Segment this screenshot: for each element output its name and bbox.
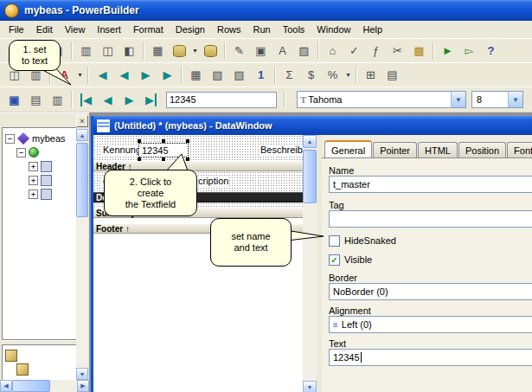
- scroll-right-icon[interactable]: ▶: [77, 380, 89, 392]
- collapse-icon[interactable]: −: [16, 148, 26, 157]
- menu-format[interactable]: Format: [127, 21, 170, 38]
- print-icon[interactable]: ▤: [25, 90, 47, 110]
- next-row-icon[interactable]: ▶: [119, 90, 140, 110]
- options-icon[interactable]: ▩: [408, 41, 430, 61]
- copy-icon[interactable]: ◧: [119, 41, 140, 61]
- menu-run[interactable]: Run: [247, 21, 276, 38]
- selection-handle[interactable]: [186, 139, 189, 143]
- collapse-icon[interactable]: −: [5, 134, 15, 144]
- tree-item-object[interactable]: +: [3, 173, 76, 187]
- run-icon[interactable]: ►: [437, 41, 458, 61]
- hidesnaked-checkbox[interactable]: [329, 235, 340, 247]
- window-painter-icon[interactable]: ▣: [250, 41, 272, 61]
- menu-tools[interactable]: Tools: [277, 21, 311, 38]
- edit-icon[interactable]: ✎: [228, 41, 250, 61]
- scrollbar-thumb[interactable]: [12, 380, 50, 392]
- header-label-2[interactable]: Beschreib: [260, 145, 303, 155]
- prior-row-icon[interactable]: ◀: [97, 90, 119, 110]
- text-field[interactable]: 12345: [329, 349, 532, 366]
- arrow-back-icon[interactable]: ◀: [92, 65, 113, 85]
- tab-order-icon[interactable]: 1: [250, 65, 272, 85]
- selection-handle[interactable]: [162, 139, 165, 143]
- expand-icon[interactable]: +: [29, 162, 38, 171]
- preview-mode-icon[interactable]: ▤: [381, 65, 403, 85]
- db-profile-icon[interactable]: [169, 41, 190, 61]
- tree-item-package[interactable]: [3, 349, 76, 363]
- sort-icon[interactable]: ▨: [228, 65, 250, 85]
- menu-insert[interactable]: Insert: [91, 21, 127, 38]
- tree-item-object[interactable]: +: [3, 159, 76, 173]
- scroll-up-icon[interactable]: ▲: [76, 129, 88, 141]
- clip-icon[interactable]: ✂: [387, 41, 408, 61]
- tree-item-package[interactable]: [3, 363, 76, 376]
- save-icon[interactable]: ▣: [3, 90, 25, 110]
- tree-item-object[interactable]: +: [3, 187, 76, 201]
- tab-font[interactable]: Font: [507, 142, 532, 157]
- child-title-bar[interactable]: (Untitled) * (mybeas) - DataWindow: [93, 116, 532, 135]
- percent-icon[interactable]: %: [322, 65, 343, 85]
- expand-icon[interactable]: +: [29, 190, 38, 199]
- system-tree[interactable]: − mybeas − + + +: [2, 127, 76, 340]
- scroll-left-icon[interactable]: ◀: [0, 380, 12, 392]
- browser-icon[interactable]: ⌂: [322, 41, 343, 61]
- tree-item-target[interactable]: −: [3, 145, 76, 159]
- first-row-icon[interactable]: ◀: [75, 90, 97, 110]
- canvas-vertical-scrollbar[interactable]: ▲ ▼: [303, 135, 317, 392]
- todo-icon[interactable]: ✓: [343, 41, 365, 61]
- tab-html[interactable]: HTML: [418, 142, 458, 157]
- menu-rows[interactable]: Rows: [211, 21, 247, 38]
- border-select[interactable]: NoBorder (0): [329, 283, 532, 300]
- horizontal-scrollbar[interactable]: ◀ ▶: [0, 380, 89, 392]
- font-select[interactable]: T Tahoma ▼: [297, 91, 466, 108]
- selection-handle[interactable]: [138, 139, 141, 143]
- tree-item-workspace[interactable]: − mybeas: [3, 132, 76, 145]
- preview-icon[interactable]: ▥: [75, 41, 97, 61]
- function-icon[interactable]: ƒ: [365, 41, 387, 61]
- menu-design[interactable]: Design: [170, 21, 211, 38]
- library-icon[interactable]: ▦: [147, 41, 169, 61]
- sum-icon[interactable]: Σ: [279, 65, 300, 85]
- menu-view[interactable]: View: [59, 21, 92, 38]
- alignment-select[interactable]: ≡ Left (0): [329, 316, 532, 333]
- scrollbar-thumb[interactable]: [76, 143, 88, 217]
- paste-icon[interactable]: ◫: [97, 41, 119, 61]
- tab-position[interactable]: Position: [458, 142, 506, 157]
- picture-icon[interactable]: ▨: [293, 41, 315, 61]
- help-icon[interactable]: ?: [480, 41, 502, 61]
- arrow-right-icon[interactable]: ▶: [135, 65, 157, 85]
- text-object-icon[interactable]: A: [272, 41, 293, 61]
- close-icon[interactable]: ×: [76, 115, 88, 127]
- tab-general[interactable]: General: [324, 140, 372, 157]
- menu-window[interactable]: Window: [311, 21, 356, 38]
- arrow-forward-icon[interactable]: ▶: [157, 65, 178, 85]
- scrollbar-track[interactable]: [50, 380, 77, 392]
- database-icon[interactable]: [200, 41, 221, 61]
- toolbar-text-input[interactable]: 12345: [166, 92, 277, 108]
- visible-checkbox[interactable]: ✓: [329, 254, 340, 266]
- scroll-down-icon[interactable]: ▼: [76, 368, 88, 380]
- print-preview-icon[interactable]: ▥: [47, 90, 68, 110]
- scrollbar-thumb[interactable]: [303, 150, 317, 203]
- text-color-dropdown-icon[interactable]: ▾: [75, 65, 85, 85]
- name-field[interactable]: t_master: [329, 176, 532, 193]
- scroll-down-icon[interactable]: ▼: [303, 381, 317, 392]
- more-dropdown-icon[interactable]: ▾: [343, 65, 353, 85]
- menu-edit[interactable]: Edit: [30, 21, 59, 38]
- columns-icon[interactable]: ▦: [185, 65, 207, 85]
- font-size-select[interactable]: 8 ▼: [471, 91, 523, 108]
- menu-help[interactable]: Help: [356, 21, 388, 38]
- db-profile-dropdown-icon[interactable]: ▾: [190, 41, 200, 61]
- menu-file[interactable]: File: [3, 21, 30, 38]
- scroll-up-icon[interactable]: ▲: [303, 135, 317, 148]
- expand-icon[interactable]: +: [29, 176, 38, 185]
- detail-column-2[interactable]: cription: [197, 176, 229, 186]
- vertical-scrollbar[interactable]: ▲ ▼: [76, 129, 88, 380]
- arrow-left-icon[interactable]: ◀: [113, 65, 135, 85]
- grid-on-icon[interactable]: ⊞: [360, 65, 381, 85]
- run-select-icon[interactable]: ▻: [458, 41, 480, 61]
- tab-pointer[interactable]: Pointer: [373, 142, 417, 157]
- font-combo-arrow-icon[interactable]: ▼: [451, 92, 465, 107]
- currency-icon[interactable]: $: [300, 65, 322, 85]
- last-row-icon[interactable]: ▶: [140, 90, 162, 110]
- size-combo-arrow-icon[interactable]: ▼: [508, 92, 522, 107]
